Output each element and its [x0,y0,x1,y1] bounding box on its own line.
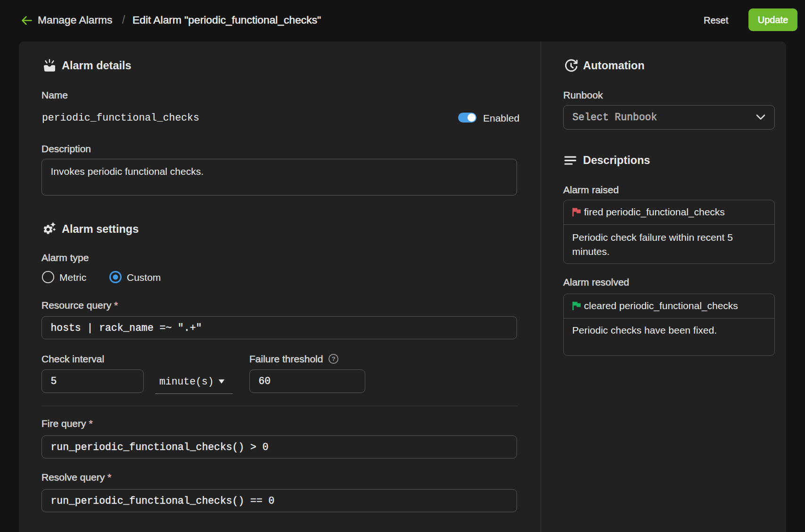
svg-text:?: ? [331,355,335,362]
